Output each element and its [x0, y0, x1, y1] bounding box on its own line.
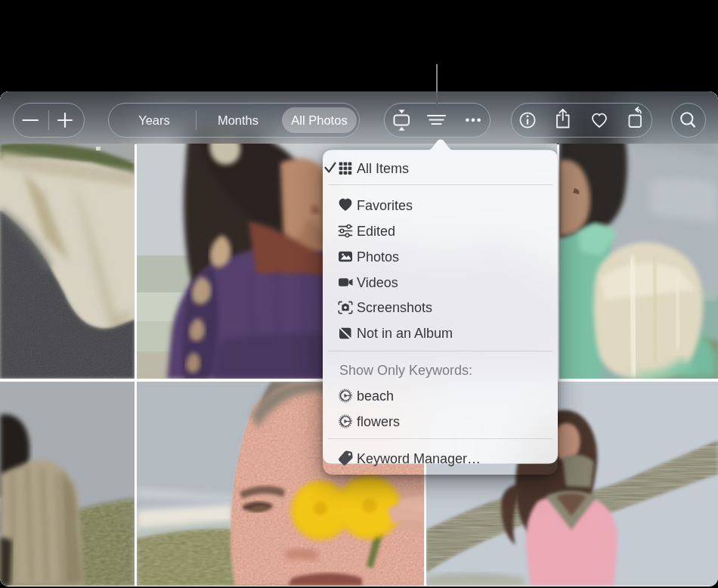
svg-text:Months: Months — [218, 113, 258, 127]
svg-text:Years: Years — [138, 113, 170, 127]
svg-text:All Photos: All Photos — [291, 113, 347, 127]
